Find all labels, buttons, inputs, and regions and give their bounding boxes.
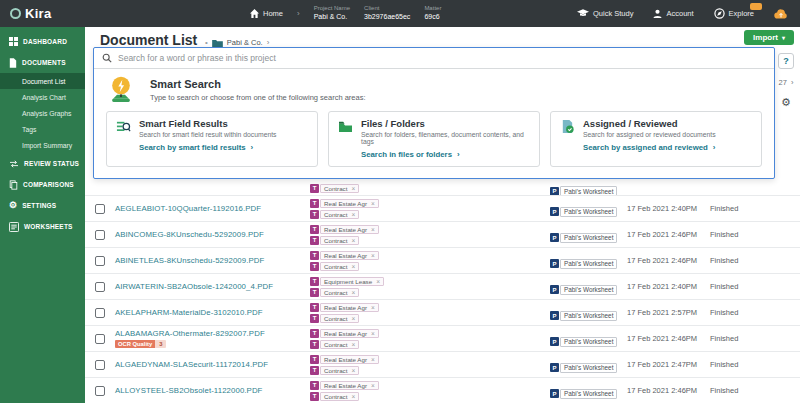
table-row: ALABAMAGRA-Othermater-8292007.PDFOCR Qua… (85, 326, 800, 352)
tag-remove-icon[interactable]: × (371, 382, 375, 389)
tag-remove-icon[interactable]: × (351, 393, 355, 400)
kira-logo[interactable]: Kira (0, 6, 120, 21)
worksheet-badge[interactable]: PPabi's Worksheet (550, 186, 617, 196)
row-checkbox[interactable] (95, 360, 105, 370)
document-link[interactable]: ABINETLEAS-8KUnschedu-5292009.PDF (115, 256, 310, 265)
sidebar-item-settings[interactable]: ⚙ SETTINGS (0, 195, 85, 216)
sidebar-item-comparisons[interactable]: COMPARISONS (0, 174, 85, 195)
assigned-reviewed-icon (560, 119, 575, 138)
row-checkbox[interactable] (95, 334, 105, 344)
card-files-folders[interactable]: Files / Folders Search for folders, file… (328, 111, 540, 167)
worksheet-badge[interactable]: PPabi's Worksheet (550, 389, 617, 399)
tag-remove-icon[interactable]: × (371, 356, 375, 363)
row-checkbox[interactable] (95, 386, 105, 396)
tag-pill[interactable]: TReal Estate Agr× (310, 251, 379, 260)
document-link[interactable]: AEGLEABIOT-10QQuarter-1192016.PDF (115, 204, 310, 213)
tag-pill[interactable]: TContract× (310, 236, 359, 245)
tag-remove-icon[interactable]: × (371, 304, 375, 311)
tag-pill[interactable]: TReal Estate Agr× (310, 329, 379, 338)
tag-remove-icon[interactable]: × (371, 226, 375, 233)
document-link[interactable]: ALGAEDYNAM-SLASecurit-11172014.PDF (115, 360, 310, 369)
row-checkbox[interactable] (95, 230, 105, 240)
worksheet-label: Pabi's Worksheet (560, 233, 617, 243)
worksheet-badge[interactable]: PPabi's Worksheet (550, 285, 617, 295)
row-date: 17 Feb 2021 2:47PM (627, 360, 710, 369)
tag-pill[interactable]: TReal Estate Agr× (310, 199, 379, 208)
sidebar-item-worksheets[interactable]: WORKSHEETS (0, 216, 85, 237)
card-link[interactable]: Search by smart field results› (139, 143, 308, 152)
tag-remove-icon[interactable]: × (351, 185, 355, 192)
sidebar-item-import-summary[interactable]: Import Summary (0, 137, 85, 153)
document-link[interactable]: AIRWATERIN-SB2AObsole-1242000_4.PDF (115, 282, 310, 291)
account-button[interactable]: Account (653, 9, 693, 18)
tag-pill[interactable]: TContract× (310, 184, 359, 193)
smart-search-lamp-icon (106, 75, 136, 105)
row-checkbox[interactable] (95, 308, 105, 318)
sidebar-item-tags[interactable]: Tags (0, 121, 85, 137)
tag-remove-icon[interactable]: × (351, 315, 355, 322)
document-link[interactable]: AKELAPHARM-MaterialDe-3102010.PDF (115, 308, 310, 317)
worksheet-badge[interactable]: PPabi's Worksheet (550, 337, 617, 347)
tag-pill[interactable]: TContract× (310, 288, 359, 297)
worksheets-icon (9, 222, 19, 232)
tag-remove-icon[interactable]: × (351, 237, 355, 244)
worksheet-badge[interactable]: PPabi's Worksheet (550, 259, 617, 269)
help-button[interactable]: ? (778, 53, 794, 69)
home-link[interactable]: Home (250, 9, 283, 18)
worksheet-badge[interactable]: PPabi's Worksheet (550, 233, 617, 243)
table-settings-gear-icon[interactable]: ⚙ (781, 96, 791, 109)
sidebar-item-analysis-graphs[interactable]: Analysis Graphs (0, 105, 85, 121)
sidebar-item-analysis-chart[interactable]: Analysis Chart (0, 89, 85, 105)
tag-remove-icon[interactable]: × (371, 200, 375, 207)
next-page-icon[interactable]: › (791, 78, 794, 87)
card-smart-field-results[interactable]: Smart Field Results Search for smart fie… (106, 111, 318, 167)
tag-pill[interactable]: TEquipment Lease× (310, 277, 384, 286)
tag-pill[interactable]: TContract× (310, 314, 359, 323)
tag-pill[interactable]: TContract× (310, 392, 359, 401)
card-link[interactable]: Search by assigned and reviewed› (583, 143, 752, 152)
worksheet-badge[interactable]: PPabi's Worksheet (550, 207, 617, 217)
document-link[interactable]: ALABAMAGRA-Othermater-8292007.PDF (115, 329, 310, 338)
tag-remove-icon[interactable]: × (351, 341, 355, 348)
document-link[interactable]: ALLOYSTEEL-SB2Obsolet-1122000.PDF (115, 386, 310, 395)
tag-pill[interactable]: TContract× (310, 340, 359, 349)
kira-app: Kira Home › Project Name Pabi & Co. Clie… (0, 0, 800, 403)
graduation-cap-icon (577, 9, 589, 18)
tag-pill[interactable]: TReal Estate Agr× (310, 225, 379, 234)
tag-pill[interactable]: TReal Estate Agr× (310, 303, 379, 312)
document-link[interactable]: ABINCOMEG-8KUnschedu-5292009.PDF (115, 230, 310, 239)
cloud-upload-icon[interactable] (774, 9, 788, 19)
tag-remove-icon[interactable]: × (371, 330, 375, 337)
breadcrumb[interactable]: • Pabi & Co. › (205, 38, 269, 47)
quick-study-button[interactable]: Quick Study (577, 9, 633, 18)
pagination[interactable]: 27 › (779, 78, 794, 87)
tag-remove-icon[interactable]: × (351, 289, 355, 296)
import-button[interactable]: Import ▾ (744, 30, 794, 45)
sidebar-item-document-list[interactable]: Document List (0, 73, 85, 89)
sidebar-item-dashboard[interactable]: DASHBOARD (0, 31, 85, 52)
row-checkbox[interactable] (95, 256, 105, 266)
tag-remove-icon[interactable]: × (371, 252, 375, 259)
row-tags: TReal Estate Agr×TContract× (310, 225, 550, 245)
row-checkbox[interactable] (95, 204, 105, 214)
tag-pill[interactable]: TReal Estate Agr× (310, 355, 379, 364)
tag-remove-icon[interactable]: × (351, 263, 355, 270)
tag-remove-icon[interactable]: × (351, 367, 355, 374)
row-checkbox[interactable] (95, 282, 105, 292)
sidebar-item-review-status[interactable]: REVIEW STATUS (0, 153, 85, 174)
explore-button[interactable]: Explore (714, 8, 754, 19)
worksheet-badge[interactable]: PPabi's Worksheet (550, 311, 617, 321)
tag-pill[interactable]: TContract× (310, 366, 359, 375)
sidebar-item-documents[interactable]: DOCUMENTS (0, 52, 85, 73)
worksheet-badge[interactable]: PPabi's Worksheet (550, 363, 617, 373)
search-input[interactable] (118, 53, 766, 63)
tag-remove-icon[interactable]: × (351, 211, 355, 218)
card-link[interactable]: Search in files or folders› (361, 150, 530, 159)
tag-remove-icon[interactable]: × (376, 278, 380, 285)
sidebar-item-label: COMPARISONS (23, 181, 74, 188)
card-assigned-reviewed[interactable]: Assigned / Reviewed Search for assigned … (550, 111, 762, 167)
tag-pill[interactable]: TReal Estate Agr× (310, 381, 379, 390)
tag-pill[interactable]: TContract× (310, 262, 359, 271)
tag-pill[interactable]: TContract× (310, 210, 359, 219)
project-meta[interactable]: Project Name Pabi & Co. (314, 5, 350, 21)
